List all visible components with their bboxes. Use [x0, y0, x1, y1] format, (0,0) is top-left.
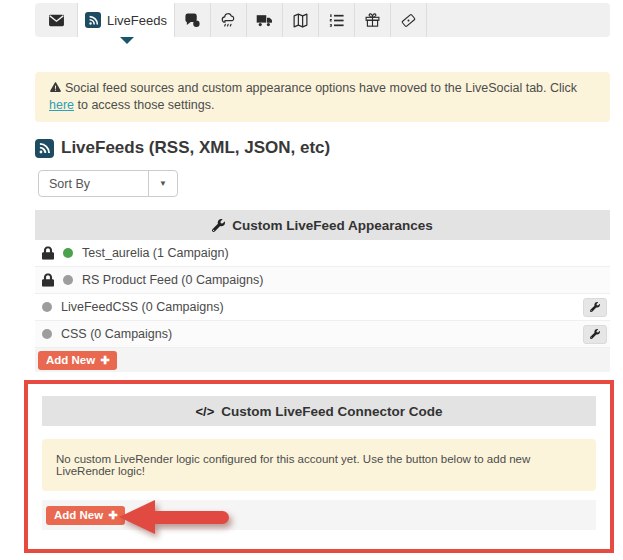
connector-code-section: </> Custom LiveFeed Connector Code No cu… [24, 380, 614, 553]
rss-icon [35, 139, 54, 158]
add-new-connector-row: Add New✚ [42, 500, 596, 530]
plus-icon: ✚ [108, 509, 117, 522]
toolbar-item-delivery[interactable] [247, 3, 283, 37]
connector-notice-text: No custom LiveRender logic configured fo… [56, 453, 582, 477]
lock-icon [42, 273, 54, 287]
toolbar-item-list[interactable] [319, 3, 355, 37]
edit-appearance-button[interactable] [583, 325, 607, 344]
plus-icon: ✚ [100, 354, 109, 367]
map-icon [292, 12, 309, 29]
chevron-down-icon: ▼ [159, 179, 167, 188]
status-dot [63, 248, 73, 258]
tab-label: LiveFeeds [107, 13, 167, 28]
add-new-label: Add New [46, 354, 95, 366]
sort-by-label: Sort By [39, 177, 148, 191]
add-new-appearance-button[interactable]: Add New✚ [38, 351, 117, 370]
sort-by-dropdown[interactable]: Sort By ▼ [38, 170, 178, 197]
status-dot [63, 275, 73, 285]
add-new-appearance-row: Add New✚ [35, 348, 610, 372]
here-link[interactable]: here [49, 98, 74, 112]
appearance-name[interactable]: RS Product Feed (0 Campaigns) [82, 273, 263, 287]
toolbar: LiveFeeds [35, 3, 610, 37]
status-dot [42, 329, 52, 339]
wrench-icon [590, 329, 600, 339]
warning-icon [49, 81, 62, 94]
appearances-section: Custom LiveFeed Appearances Test_aurelia… [35, 210, 610, 372]
page-title: LiveFeeds (RSS, XML, JSON, etc) [61, 138, 330, 158]
wrench-icon [212, 219, 225, 232]
appearance-name[interactable]: Test_aurelia (1 Campaign) [82, 246, 229, 260]
appearance-name[interactable]: LiveFeedCSS (0 Campaigns) [61, 300, 224, 314]
appearances-header: Custom LiveFeed Appearances [35, 210, 610, 240]
toolbar-item-ticket[interactable] [391, 3, 427, 37]
connector-header-title: Custom LiveFeed Connector Code [221, 404, 442, 419]
toolbar-item-mail[interactable] [35, 3, 78, 37]
code-icon: </> [195, 404, 214, 419]
toolbar-item-map[interactable] [283, 3, 319, 37]
connector-empty-notice: No custom LiveRender logic configured fo… [42, 439, 596, 491]
toolbar-item-weather[interactable] [211, 3, 247, 37]
truck-icon [256, 12, 273, 29]
cloud-rain-icon [220, 12, 237, 29]
moved-notice-banner: Social feed sources and custom appearanc… [35, 72, 610, 122]
edit-appearance-button[interactable] [583, 298, 607, 317]
status-dot [42, 302, 52, 312]
toolbar-item-chat[interactable] [175, 3, 211, 37]
ordered-list-icon [328, 12, 345, 29]
rss-icon [85, 12, 101, 28]
appearance-name[interactable]: CSS (0 Campaigns) [61, 327, 172, 341]
appearances-header-title: Custom LiveFeed Appearances [232, 218, 433, 233]
livefeeds-settings-page: LiveFeeds Social feed sources and custom… [0, 0, 623, 560]
dropdown-caret-button[interactable]: ▼ [148, 171, 177, 196]
toolbar-item-gift[interactable] [355, 3, 391, 37]
chat-bubbles-icon [184, 12, 201, 29]
wrench-icon [590, 302, 600, 312]
appearance-row[interactable]: RS Product Feed (0 Campaigns) [35, 267, 610, 294]
appearance-row[interactable]: LiveFeedCSS (0 Campaigns) [35, 294, 610, 321]
gift-icon [364, 12, 381, 29]
banner-text-after: to access those settings. [74, 98, 214, 112]
tab-livefeeds[interactable]: LiveFeeds [78, 3, 175, 37]
toolbar-spacer [427, 3, 610, 37]
appearance-row[interactable]: Test_aurelia (1 Campaign) [35, 240, 610, 267]
add-new-connector-button[interactable]: Add New✚ [46, 506, 125, 525]
active-tab-caret-icon [120, 37, 134, 44]
lock-icon [42, 246, 54, 260]
add-new-label: Add New [54, 509, 103, 521]
page-title-row: LiveFeeds (RSS, XML, JSON, etc) [35, 138, 330, 158]
envelope-icon [48, 12, 65, 29]
banner-text-before: Social feed sources and custom appearanc… [65, 81, 577, 95]
connector-header: </> Custom LiveFeed Connector Code [42, 396, 596, 426]
appearance-row[interactable]: CSS (0 Campaigns) [35, 321, 610, 348]
ticket-icon [400, 12, 417, 29]
